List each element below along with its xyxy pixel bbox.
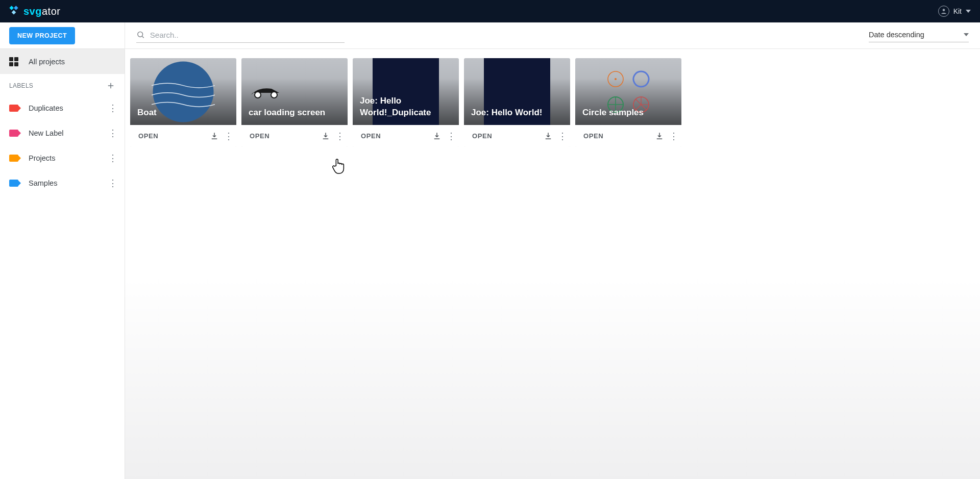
card-title: Joe: Hello World!_Duplicate [360,95,452,119]
download-icon[interactable] [432,132,442,141]
card-menu-icon[interactable] [224,135,233,137]
label-name: Projects [29,154,55,162]
project-card[interactable]: Joe: Hello World!_Duplicate OPEN [353,58,459,147]
open-button[interactable]: OPEN [583,132,603,140]
project-card[interactable]: Circle samples OPEN [575,58,681,147]
card-menu-icon[interactable] [335,135,345,137]
open-button[interactable]: OPEN [250,132,270,140]
project-card[interactable]: car loading screen OPEN [241,58,348,147]
main-area: Date descending Boat [125,22,980,479]
label-menu-icon[interactable] [108,157,117,159]
project-card[interactable]: Joe: Hello World! OPEN [464,58,570,147]
grid-icon [9,57,18,66]
labels-heading: LABELS [9,82,33,89]
thumbnail-art [249,84,289,100]
open-button[interactable]: OPEN [138,132,158,140]
open-button[interactable]: OPEN [472,132,492,140]
card-title: Boat [137,107,157,119]
tag-icon [9,130,18,137]
label-row-projects[interactable]: Projects [0,145,125,170]
card-menu-icon[interactable] [447,135,456,137]
new-project-button[interactable]: NEW PROJECT [9,27,75,44]
user-menu[interactable]: Kit [938,6,971,17]
download-icon[interactable] [544,132,553,141]
download-icon[interactable] [321,132,330,141]
brand-text: svgator [23,6,60,17]
sort-select[interactable]: Date descending [869,29,969,42]
search-input[interactable] [150,31,345,39]
svg-point-1 [138,32,143,37]
card-title: car loading screen [249,107,325,119]
avatar [938,6,949,17]
user-name: Kit [953,7,962,15]
label-menu-icon[interactable] [108,182,117,184]
brand-logo[interactable]: svgator [7,5,60,18]
search-field[interactable] [136,28,345,43]
card-menu-icon[interactable] [558,135,567,137]
download-icon[interactable] [210,132,219,141]
label-menu-icon[interactable] [108,132,117,134]
brand-icon [7,5,20,18]
open-button[interactable]: OPEN [361,132,381,140]
label-row-samples[interactable]: Samples [0,170,125,195]
card-title: Circle samples [582,107,644,119]
tag-icon [9,180,18,187]
sidebar: NEW PROJECT All projects LABELS Duplicat… [0,22,125,479]
sidebar-item-label: All projects [29,58,65,66]
thumbnail-art [152,60,215,123]
svg-point-6 [615,78,617,80]
caret-down-icon [964,32,969,37]
sidebar-item-all-projects[interactable]: All projects [0,49,125,74]
download-icon[interactable] [655,132,664,141]
cursor-pointer-icon [331,157,347,177]
top-bar: svgator Kit [0,0,980,22]
label-name: Duplicates [29,104,63,112]
label-row-duplicates[interactable]: Duplicates [0,95,125,120]
svg-point-3 [255,92,261,98]
project-card[interactable]: Boat OPEN [130,58,236,147]
tag-icon [9,155,18,162]
sort-value: Date descending [869,31,924,39]
tag-icon [9,105,18,112]
card-menu-icon[interactable] [669,135,678,137]
svg-point-0 [942,9,945,11]
search-icon [136,30,145,39]
svg-point-4 [271,92,277,98]
label-name: New Label [29,129,64,137]
label-row-new-label[interactable]: New Label [0,120,125,145]
svg-point-2 [153,61,213,122]
label-name: Samples [29,179,57,187]
caret-down-icon [966,9,971,14]
label-menu-icon[interactable] [108,107,117,109]
add-label-icon[interactable] [106,81,115,90]
card-title: Joe: Hello World! [471,107,542,119]
